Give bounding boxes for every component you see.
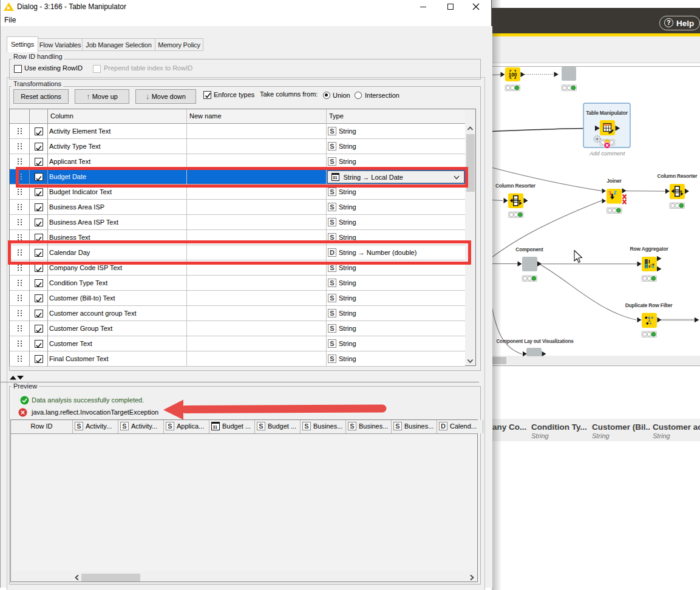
svg-text:Column Resorter: Column Resorter (658, 173, 698, 179)
svg-text:Duplicate Row Filter: Duplicate Row Filter (625, 302, 673, 308)
svg-text:Joiner: Joiner (607, 178, 622, 184)
svg-text:Table Manipulator: Table Manipulator (586, 110, 628, 116)
svg-text:100: 100 (508, 72, 517, 78)
svg-text:Component Lay out Visualizatio: Component Lay out Visualizations (496, 339, 574, 344)
svg-text:Component: Component (515, 246, 543, 253)
svg-text:Row Aggregator: Row Aggregator (630, 246, 669, 252)
svg-text:Column Resorter: Column Resorter (495, 183, 536, 189)
svg-text:Add comment: Add comment (589, 150, 625, 157)
